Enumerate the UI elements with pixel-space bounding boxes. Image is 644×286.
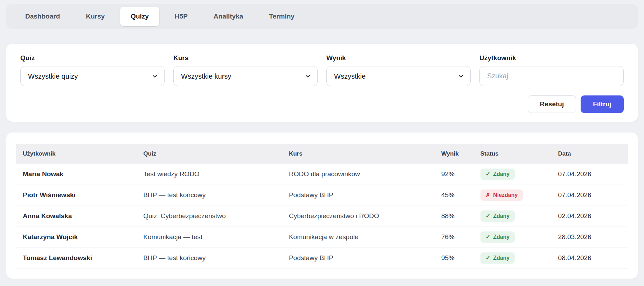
x-icon: ✗ [486,192,490,198]
tab-terminy[interactable]: Terminy [258,7,305,26]
wynik-filter-label: Wynik [326,54,471,62]
cell-user: Anna Kowalska [16,206,137,227]
table-header-row: Użytkownik Quiz Kurs Wynik Status Data [16,144,628,164]
quiz-filter-field: Quiz Wszystkie quizy [20,54,165,86]
cell-data: 28.03.2026 [552,227,628,248]
kurs-filter-field: Kurs Wszystkie kursy [173,54,318,86]
filter-button[interactable]: Filtruj [581,95,624,113]
tab-quizy[interactable]: Quizy [120,7,159,26]
table-row: Piotr Wiśniewski BHP — test końcowy Pods… [16,185,628,206]
quiz-results-card: Użytkownik Quiz Kurs Wynik Status Data M… [6,133,638,279]
tab-dashboard[interactable]: Dashboard [15,7,70,26]
cell-wynik: 76% [435,227,474,248]
status-label: Zdany [493,234,510,240]
quiz-results-table: Użytkownik Quiz Kurs Wynik Status Data M… [16,144,628,269]
quiz-filter-label: Quiz [20,54,165,62]
cell-kurs: RODO dla pracowników [282,164,435,185]
cell-quiz: BHP — test końcowy [137,185,282,206]
cell-status: ✓ Zdany [474,206,552,227]
column-header-wynik: Wynik [435,144,474,164]
column-header-quiz: Quiz [137,144,282,164]
tab-h5p[interactable]: H5P [164,7,198,26]
column-header-uzytkownik: Użytkownik [16,144,137,164]
cell-status: ✓ Zdany [474,248,552,269]
tab-analityka[interactable]: Analityka [203,7,254,26]
column-header-data: Data [552,144,628,164]
column-header-kurs: Kurs [282,144,435,164]
cell-wynik: 88% [435,206,474,227]
cell-status: ✗ Niezdany [474,185,552,206]
cell-status: ✓ Zdany [474,227,552,248]
cell-kurs: Podstawy BHP [282,248,435,269]
cell-quiz: Quiz: Cyberbezpieczeństwo [137,206,282,227]
status-badge: ✓ Zdany [480,231,515,243]
cell-status: ✓ Zdany [474,164,552,185]
check-icon: ✓ [486,171,490,177]
filter-panel: Quiz Wszystkie quizy Kurs Wszystkie kurs… [6,44,638,122]
cell-data: 07.04.2026 [552,164,628,185]
table-row: Maria Nowak Test wiedzy RODO RODO dla pr… [16,164,628,185]
table-row: Tomasz Lewandowski BHP — test końcowy Po… [16,248,628,269]
status-badge: ✓ Zdany [480,169,515,180]
cell-wynik: 95% [435,248,474,269]
cell-quiz: Komunikacja — test [137,227,282,248]
user-search-input[interactable] [479,66,624,86]
check-icon: ✓ [486,213,490,219]
cell-data: 02.04.2026 [552,206,628,227]
kurs-filter-select[interactable]: Wszystkie kursy [173,66,318,86]
user-search-label: Użytkownik [479,54,624,62]
status-label: Niezdany [493,192,518,198]
cell-data: 08.04.2026 [552,248,628,269]
cell-kurs: Cyberbezpieczeństwo i RODO [282,206,435,227]
cell-user: Piotr Wiśniewski [16,185,137,206]
filter-grid: Quiz Wszystkie quizy Kurs Wszystkie kurs… [20,54,624,86]
user-search-field: Użytkownik [479,54,624,86]
tab-kursy[interactable]: Kursy [75,7,115,26]
cell-wynik: 92% [435,164,474,185]
filter-actions: Resetuj Filtruj [20,95,624,113]
cell-user: Katarzyna Wojcik [16,227,137,248]
cell-user: Maria Nowak [16,164,137,185]
table-row: Anna Kowalska Quiz: Cyberbezpieczeństwo … [16,206,628,227]
check-icon: ✓ [486,255,490,261]
check-icon: ✓ [486,234,490,240]
status-label: Zdany [493,213,510,219]
status-badge: ✓ Zdany [480,252,515,264]
cell-kurs: Komunikacja w zespole [282,227,435,248]
quiz-filter-select[interactable]: Wszystkie quizy [20,66,165,86]
wynik-filter-field: Wynik Wszystkie [326,54,471,86]
cell-kurs: Podstawy BHP [282,185,435,206]
wynik-filter-select[interactable]: Wszystkie [326,66,471,86]
cell-user: Tomasz Lewandowski [16,248,137,269]
status-badge: ✓ Zdany [480,210,515,222]
status-label: Zdany [493,171,510,177]
top-navigation: Dashboard Kursy Quizy H5P Analityka Term… [6,4,638,29]
reset-button[interactable]: Resetuj [528,95,576,113]
cell-quiz: BHP — test końcowy [137,248,282,269]
column-header-status: Status [474,144,552,164]
cell-wynik: 45% [435,185,474,206]
status-badge: ✗ Niezdany [480,190,523,201]
kurs-filter-label: Kurs [173,54,318,62]
table-row: Katarzyna Wojcik Komunikacja — test Komu… [16,227,628,248]
status-label: Zdany [493,255,510,261]
cell-data: 07.04.2026 [552,185,628,206]
cell-quiz: Test wiedzy RODO [137,164,282,185]
